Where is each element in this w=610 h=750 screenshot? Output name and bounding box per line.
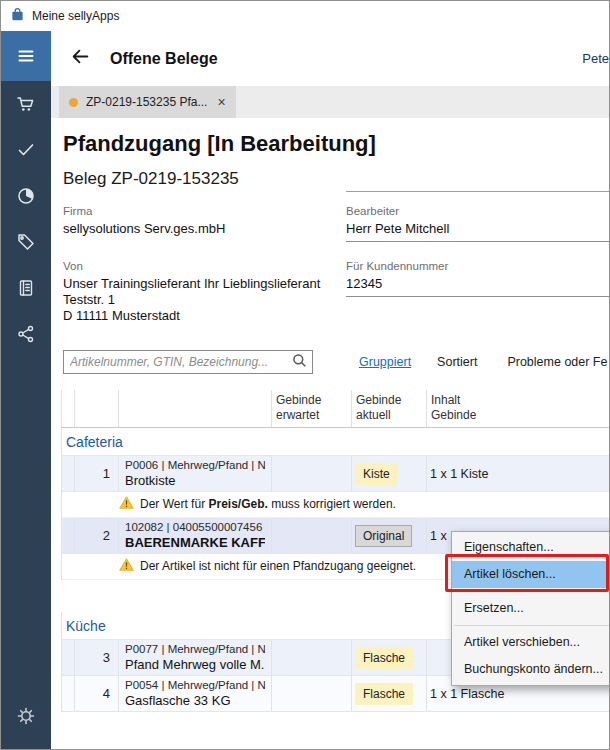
field-value[interactable]: Herr Pete Mitchell (346, 221, 609, 242)
field-label: Für Kundennummer (346, 260, 609, 272)
tab-strip: ZP-0219-153235 Pfa... × (51, 86, 609, 118)
context-menu: Eigenschaften... Artikel löschen... Erse… (451, 531, 610, 686)
field-value[interactable]: 12345 (346, 276, 609, 297)
field-label: Bearbeiter (346, 205, 609, 217)
cell-gebinde-aktuell: Flasche (351, 640, 426, 675)
settings-button[interactable] (1, 693, 51, 739)
link-sorted[interactable]: Sortiert (437, 355, 477, 369)
cell-gebinde-erwartet (271, 640, 351, 675)
gebinde-badge[interactable]: Original (355, 525, 412, 547)
row-description: P0006 | Mehrweg/Pfand | Non ... Brotkist… (118, 456, 271, 491)
cell-gebinde-aktuell: Original (351, 518, 426, 553)
share-icon (16, 324, 36, 344)
sidebar-item-prices[interactable] (1, 219, 51, 265)
back-arrow-icon (71, 47, 90, 70)
article-name: Brotkiste (125, 473, 265, 488)
sidebar-item-journal[interactable] (1, 265, 51, 311)
field-grid: Firma sellysolutions Serv.ges.mbH Bearbe… (63, 205, 609, 324)
gebinde-badge[interactable]: Kiste (355, 463, 398, 485)
article-meta: P0077 | Mehrweg/Pfand | Non ... (125, 643, 265, 655)
table-header-row: Gebinde erwartet Gebinde aktuell Inhalt … (61, 390, 609, 428)
table-row[interactable]: 1 P0006 | Mehrweg/Pfand | Non ... Brotki… (61, 456, 609, 492)
app-header: Offene Belege Pete (51, 31, 609, 86)
field-value: Unser Trainingslieferant Ihr Lieblingsli… (63, 276, 346, 324)
header-index (74, 390, 118, 427)
pie-chart-icon (16, 186, 36, 206)
warning-row: Der Wert für Preis/Geb. muss korrigiert … (61, 492, 609, 518)
back-button[interactable] (67, 46, 93, 72)
sidebar-item-reports[interactable] (1, 173, 51, 219)
cell-gebinde-aktuell: Kiste (351, 456, 426, 491)
hamburger-menu-button[interactable] (1, 31, 51, 81)
article-name: Pfand Mehrweg volle M... (125, 657, 265, 672)
search-input[interactable] (70, 355, 292, 369)
field-value: sellysolutions Serv.ges.mbH (63, 221, 346, 237)
group-header-cafeteria: Cafeteria (61, 428, 609, 456)
row-description: P0054 | Mehrweg/Pfand | Non ... Gasflasc… (118, 676, 271, 711)
field-label: Firma (63, 205, 346, 217)
search-icon[interactable] (292, 353, 307, 372)
settings-gear-icon (16, 706, 36, 726)
app-icon (10, 7, 25, 25)
header-gutter (61, 390, 74, 427)
header-description (118, 390, 271, 427)
row-gutter (61, 518, 74, 553)
link-grouped[interactable]: Gruppiert (359, 355, 411, 369)
price-tag-icon (16, 232, 36, 252)
gebinde-badge[interactable]: Flasche (355, 683, 413, 705)
article-meta: P0054 | Mehrweg/Pfand | Non ... (125, 679, 265, 691)
gebinde-badge[interactable]: Flasche (355, 647, 413, 669)
document-subtitle: Beleg ZP-0219-153235 (63, 169, 609, 189)
hamburger-icon (16, 46, 36, 66)
header-gebinde-aktuell: Gebinde aktuell (351, 390, 426, 427)
row-index: 4 (74, 676, 118, 711)
header-inhalt-gebinde: Inhalt Gebinde (426, 390, 609, 427)
warning-icon (119, 558, 134, 574)
row-index: 1 (74, 456, 118, 491)
menu-separator (454, 625, 610, 626)
row-description: P0077 | Mehrweg/Pfand | Non ... Pfand Me… (118, 640, 271, 675)
header-gebinde-erwartet: Gebinde erwartet (271, 390, 351, 427)
cell-gebinde-aktuell: Flasche (351, 676, 426, 711)
field-bearbeiter: Bearbeiter Herr Pete Mitchell (346, 205, 609, 242)
article-name: Gasflasche 33 KG (125, 693, 265, 708)
field-label: Von (63, 260, 346, 272)
list-toolbar: Gruppiert Sortiert Probleme oder Fe (63, 350, 609, 374)
menu-item-ersetzen[interactable]: Ersetzen... (452, 595, 610, 622)
article-meta: P0006 | Mehrweg/Pfand | Non ... (125, 459, 265, 471)
app-window: Meine sellyApps (0, 0, 610, 750)
menu-item-artikel-verschieben[interactable]: Artikel verschieben... (452, 629, 610, 656)
article-search-box[interactable] (63, 350, 313, 374)
window-title: Meine sellyApps (32, 9, 119, 23)
row-index: 2 (74, 518, 118, 553)
document-title: Pfandzugang [In Bearbeitung] (63, 131, 609, 157)
sidebar-item-share[interactable] (1, 311, 51, 357)
check-icon (16, 140, 36, 160)
tab-document[interactable]: ZP-0219-153235 Pfa... × (59, 86, 236, 118)
cell-gebinde-erwartet (271, 676, 351, 711)
current-user-link[interactable]: Pete (582, 51, 609, 66)
menu-item-buchungskonto-aendern[interactable]: Buchungskonto ändern... (452, 656, 610, 683)
menu-item-eigenschaften[interactable]: Eigenschaften... (452, 534, 610, 561)
titlebar: Meine sellyApps (1, 1, 609, 31)
sidebar-item-cart[interactable] (1, 81, 51, 127)
warning-icon (119, 496, 134, 512)
page-title: Offene Belege (110, 50, 218, 68)
cell-inhalt: 1 x 1 Kiste (426, 456, 609, 491)
journal-icon (16, 278, 36, 298)
field-kundennummer: Für Kundennummer 12345 (346, 260, 609, 324)
field-von: Von Unser Trainingslieferant Ihr Lieblin… (63, 260, 346, 324)
row-gutter (61, 456, 74, 491)
warning-text: Der Artikel ist nicht für einen Pfandzug… (140, 559, 416, 573)
field-underline (346, 191, 609, 192)
row-description: 102082 | 04005500007456 | Tee |... BAERE… (118, 518, 271, 553)
warning-text: Der Wert für Preis/Geb. muss korrigiert … (140, 497, 396, 511)
menu-item-artikel-loeschen[interactable]: Artikel löschen... (452, 561, 610, 588)
tab-label: ZP-0219-153235 Pfa... (86, 95, 207, 109)
cart-icon (16, 94, 36, 114)
tab-close-icon[interactable]: × (217, 94, 225, 110)
link-problems[interactable]: Probleme oder Fe (507, 355, 607, 369)
sidebar (1, 31, 51, 749)
sidebar-item-tasks[interactable] (1, 127, 51, 173)
field-firma: Firma sellysolutions Serv.ges.mbH (63, 205, 346, 242)
